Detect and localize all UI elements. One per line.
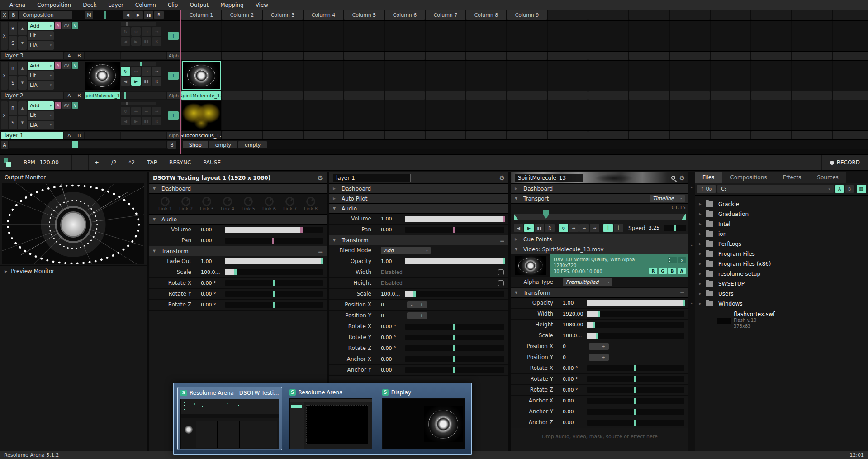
- clip-slot[interactable]: [548, 21, 588, 51]
- bpm-button-6[interactable]: PAUSE: [197, 155, 227, 170]
- folder-row-ion[interactable]: ▶ion: [695, 229, 868, 239]
- folder-row-windows[interactable]: ▶Windows: [695, 299, 868, 309]
- clip-name-input[interactable]: [515, 174, 583, 182]
- column-header-column-6[interactable]: Column 6: [385, 10, 425, 20]
- tab-sources[interactable]: Sources: [809, 172, 846, 183]
- header-transport-0[interactable]: ◀: [123, 11, 133, 19]
- clip-name[interactable]: Subconscious_12: [181, 131, 221, 139]
- clip-slot[interactable]: [507, 21, 547, 51]
- preview-monitor-header[interactable]: ▶ Preview Monitor: [0, 265, 147, 276]
- layer-dropdown-lia[interactable]: LIA▾: [28, 121, 54, 129]
- layer-loopmode-0[interactable]: ↻: [121, 27, 130, 36]
- clip-slot[interactable]: [466, 21, 506, 51]
- param-stepper[interactable]: -+: [589, 354, 609, 361]
- task-switcher-item-display[interactable]: SDisplay: [379, 387, 468, 450]
- layer-audio-button[interactable]: A: [55, 62, 61, 69]
- clip-slot[interactable]: [304, 100, 343, 130]
- clip-name-slot[interactable]: [588, 131, 628, 139]
- expand-icon[interactable]: ▶: [695, 262, 706, 266]
- layer-x-button[interactable]: X: [1, 101, 8, 129]
- transport-timeline[interactable]: [514, 214, 686, 220]
- clip-name-slot[interactable]: [466, 52, 506, 60]
- presets-icon[interactable]: ≡: [500, 237, 505, 244]
- param-slider[interactable]: [405, 345, 504, 351]
- channel-r-button[interactable]: R: [649, 268, 657, 274]
- mark-1[interactable]: ┤: [614, 224, 623, 232]
- clip-name-slot[interactable]: [466, 91, 506, 100]
- layer-dropdown-lia[interactable]: LIA▾: [28, 81, 54, 90]
- channel-a-button[interactable]: A: [678, 268, 686, 274]
- clip-slot[interactable]: [466, 100, 506, 130]
- folder-row-resolume-setup[interactable]: ▶resolume setup: [695, 269, 868, 279]
- section-auto-pilot[interactable]: ▶Auto Pilot: [329, 194, 508, 204]
- layer-loopmode-2[interactable]: →: [142, 67, 151, 76]
- clip-name-slot[interactable]: [548, 91, 588, 100]
- fullscreen-icon[interactable]: [668, 257, 677, 263]
- clip-name-slot[interactable]: [507, 91, 547, 100]
- expand-icon[interactable]: ▶: [695, 222, 706, 226]
- clip-name-slot[interactable]: [548, 52, 588, 60]
- layer-video-button[interactable]: V: [72, 102, 78, 109]
- layer-transport-2[interactable]: ▮▮: [142, 117, 151, 125]
- clip-name-slot[interactable]: [588, 91, 628, 100]
- bpm-button-2[interactable]: /2: [105, 155, 123, 170]
- param-stepper[interactable]: -+: [589, 343, 609, 350]
- clip-slot[interactable]: [426, 61, 465, 91]
- param-slider[interactable]: [587, 420, 684, 426]
- clip-slot[interactable]: [833, 61, 868, 91]
- layer-col-b-button[interactable]: B: [77, 93, 81, 99]
- clip-slot[interactable]: [507, 100, 547, 130]
- loopmode-3[interactable]: ⇥: [590, 224, 599, 232]
- clip-name-slot[interactable]: [466, 131, 506, 139]
- path-dropdown[interactable]: C:▾: [717, 185, 834, 193]
- param-checkbox[interactable]: [498, 280, 504, 286]
- layer-transport-2[interactable]: ▮▮: [142, 77, 151, 86]
- layer-col-a-button[interactable]: A: [67, 93, 71, 99]
- param-slider[interactable]: [405, 216, 504, 222]
- param-slider[interactable]: [587, 387, 684, 393]
- param-slider[interactable]: [587, 300, 684, 306]
- record-button[interactable]: RECORD: [821, 155, 868, 170]
- layer-name[interactable]: layer 3: [1, 52, 63, 59]
- clip-slot[interactable]: [833, 100, 868, 130]
- layer-video-button[interactable]: V: [72, 22, 78, 29]
- clip-slot[interactable]: [792, 100, 832, 130]
- clip-name-slot[interactable]: [833, 91, 868, 100]
- clip-name-slot[interactable]: [548, 131, 588, 139]
- dashboard-link-knob[interactable]: Link 6: [262, 197, 276, 211]
- menu-composition[interactable]: Composition: [31, 2, 77, 8]
- clip-slot[interactable]: [304, 61, 343, 91]
- clip-name-slot[interactable]: [629, 91, 669, 100]
- clip-slot[interactable]: [629, 61, 669, 91]
- expand-icon[interactable]: ▶: [695, 302, 706, 306]
- layer-col-a-button[interactable]: A: [67, 53, 71, 59]
- section-audio[interactable]: ▼Audio: [149, 215, 327, 225]
- clip-slot[interactable]: [466, 61, 506, 91]
- layer-down-button[interactable]: ▼: [18, 116, 27, 129]
- layer-x-button[interactable]: X: [1, 22, 8, 50]
- transport-2[interactable]: ▮▮: [535, 224, 544, 232]
- clip-slot[interactable]: [711, 100, 750, 130]
- clip-name-slot[interactable]: [304, 131, 343, 139]
- clip-name-slot[interactable]: [263, 52, 303, 60]
- clip-slot[interactable]: [304, 21, 343, 51]
- composition-master-button[interactable]: M: [85, 11, 93, 19]
- layer-loopmode-0[interactable]: ↻: [121, 67, 130, 76]
- layer-bypass-button[interactable]: B: [9, 62, 17, 75]
- layer-loopmode-2[interactable]: →: [142, 27, 151, 36]
- expand-icon[interactable]: ▶: [695, 252, 706, 256]
- dashboard-link-knob[interactable]: Link 3: [200, 197, 213, 211]
- deck-tab-2[interactable]: empty: [238, 141, 267, 148]
- expand-icon[interactable]: ▶: [695, 292, 706, 296]
- clip-slot[interactable]: [181, 21, 221, 51]
- menu-output[interactable]: Output: [184, 2, 214, 8]
- transport-playhead[interactable]: [543, 210, 549, 219]
- layer-loopmode-1[interactable]: ↔: [131, 27, 141, 36]
- column-header-column-8[interactable]: Column 8: [466, 10, 506, 20]
- folder-row-intel[interactable]: ▶Intel: [695, 219, 868, 229]
- header-transport-1[interactable]: ▶: [133, 11, 143, 19]
- dashboard-link-knob[interactable]: Link 1: [158, 197, 172, 211]
- layer-transport-0[interactable]: ◀: [121, 77, 130, 86]
- loopmode-0[interactable]: ↻: [559, 224, 568, 232]
- clip-slot[interactable]: [629, 100, 669, 130]
